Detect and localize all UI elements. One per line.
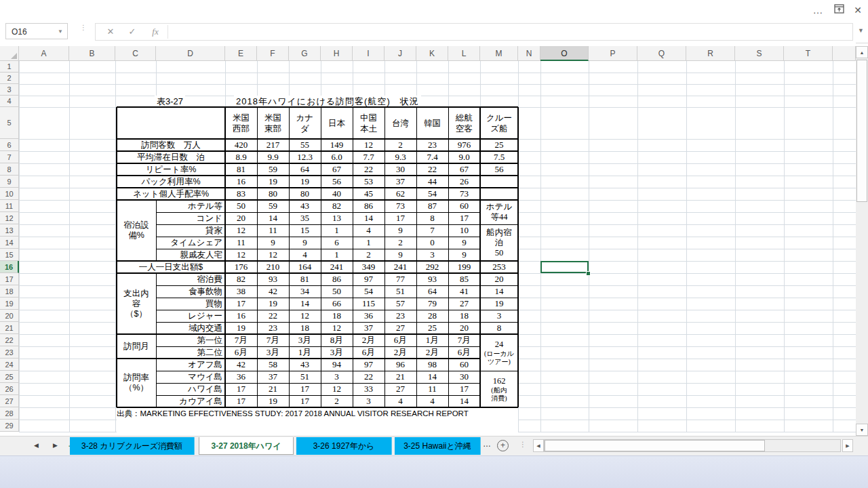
table-column-header[interactable]: 韓国 — [416, 107, 448, 139]
row-header-26[interactable]: 26 — [0, 383, 19, 395]
table-cell[interactable]: 21 — [384, 371, 416, 383]
table-cell[interactable]: 11 — [416, 383, 448, 395]
table-cell[interactable]: 22 — [353, 371, 384, 383]
table-cell-cruise[interactable]: 253 — [480, 261, 518, 273]
table-cell[interactable]: 82 — [225, 273, 257, 285]
table-cell[interactable]: 241 — [384, 261, 416, 273]
column-header-P[interactable]: P — [589, 46, 637, 61]
table-cell[interactable]: 9 — [384, 224, 416, 237]
table-cell[interactable]: 42 — [225, 359, 257, 371]
table-cell[interactable]: 9.9 — [257, 151, 289, 163]
row-header-28[interactable]: 28 — [0, 407, 19, 420]
table-cell[interactable]: 210 — [257, 261, 289, 273]
table-cell[interactable]: 6月 — [384, 334, 416, 346]
table-cell[interactable]: 199 — [448, 261, 480, 273]
close-icon[interactable]: ✕ — [850, 4, 865, 16]
table-cell[interactable]: 83 — [225, 188, 257, 200]
table-cell[interactable]: 3月 — [321, 346, 353, 359]
table-cell[interactable]: 9 — [448, 237, 480, 249]
table-column-header[interactable]: 総航空客 — [448, 107, 480, 139]
table-cell[interactable]: 7月 — [225, 334, 257, 346]
table-cell[interactable]: 77 — [384, 273, 416, 285]
table-cell[interactable]: 43 — [289, 200, 321, 212]
table-cell[interactable]: 420 — [225, 139, 257, 151]
table-cell-cruise[interactable]: 7.5 — [480, 151, 518, 163]
table-cell[interactable]: 9 — [384, 249, 416, 261]
table-cell[interactable]: 1月 — [289, 346, 321, 359]
row-header-13[interactable]: 13 — [0, 224, 19, 237]
row-header-25[interactable]: 25 — [0, 371, 19, 383]
table-cell[interactable]: 67 — [321, 163, 353, 176]
table-cell[interactable]: 51 — [289, 371, 321, 383]
table-cell[interactable]: 16 — [225, 176, 257, 188]
column-header-R[interactable]: R — [686, 46, 735, 61]
table-cell[interactable]: 16 — [225, 310, 257, 322]
table-group-label[interactable]: 訪問月 — [117, 334, 156, 359]
sheet-tab-1[interactable]: 3-28 カリブクルーズ消費額 — [70, 437, 195, 455]
row-header-8[interactable]: 8 — [0, 163, 19, 176]
table-row-label[interactable]: 親戚友人宅 — [156, 249, 225, 261]
table-cell-cruise-merged[interactable]: 24(ローカルツアー) — [480, 334, 518, 371]
table-cell[interactable]: 6月 — [448, 346, 480, 359]
table-cell[interactable]: 82 — [321, 200, 353, 212]
table-row-label[interactable]: 第二位 — [156, 346, 225, 359]
table-cell[interactable]: 45 — [353, 188, 384, 200]
table-cell[interactable]: 3 — [353, 395, 384, 407]
row-header-3[interactable]: 3 — [0, 84, 19, 96]
table-cell[interactable]: 6月 — [353, 346, 384, 359]
table-column-header[interactable]: 中国本土 — [353, 107, 384, 139]
sheet-tab-3[interactable]: 3-26 1927年から — [296, 437, 392, 455]
table-cell[interactable]: 7.4 — [416, 151, 448, 163]
table-cell[interactable]: 96 — [384, 359, 416, 371]
column-header-H[interactable]: H — [321, 46, 353, 61]
ribbon-more-icon[interactable]: … — [811, 4, 826, 16]
table-cell[interactable]: 43 — [289, 359, 321, 371]
table-cell[interactable]: 11 — [257, 224, 289, 237]
table-cell[interactable]: 17 — [384, 212, 416, 224]
table-cell[interactable]: 55 — [289, 139, 321, 151]
table-cell[interactable]: 37 — [353, 322, 384, 334]
table-row-label[interactable]: 買物 — [156, 298, 225, 310]
table-cell[interactable]: 12 — [225, 224, 257, 237]
table-cell[interactable]: 164 — [289, 261, 321, 273]
tab-scroll-right-icon[interactable]: ▶ — [53, 442, 58, 449]
table-cell-cruise[interactable]: 25 — [480, 139, 518, 151]
table-cell[interactable]: 349 — [353, 261, 384, 273]
row-header-19[interactable]: 19 — [0, 298, 19, 310]
table-row-label[interactable]: ネット個人手配率% — [117, 188, 225, 200]
table-cell[interactable]: 8月 — [321, 334, 353, 346]
table-row-label[interactable]: マウイ島 — [156, 371, 225, 383]
column-header-A[interactable]: A — [19, 46, 69, 61]
table-cell[interactable]: 98 — [416, 359, 448, 371]
table-cell[interactable]: 14 — [289, 298, 321, 310]
table-cell[interactable]: 7月 — [448, 334, 480, 346]
table-cell[interactable]: 6 — [321, 237, 353, 249]
sheet-tab-2[interactable]: 3-27 2018年ハワイ — [199, 437, 294, 455]
new-sheet-icon[interactable]: + — [497, 440, 509, 451]
table-cell[interactable]: 93 — [416, 273, 448, 285]
table-cell[interactable]: 3月 — [257, 346, 289, 359]
table-cell[interactable]: 64 — [289, 163, 321, 176]
row-header-16[interactable]: 16 — [0, 261, 19, 273]
table-column-header[interactable]: 米国東部 — [257, 107, 289, 139]
table-cell[interactable]: 1 — [353, 237, 384, 249]
table-cell[interactable]: 36 — [353, 310, 384, 322]
table-cell[interactable]: 62 — [384, 188, 416, 200]
table-row-label[interactable]: 域内交通 — [156, 322, 225, 334]
table-cell[interactable]: 3 — [321, 371, 353, 383]
sheet-tab-4[interactable]: 3-25 Hawaiiと沖縄 — [395, 437, 481, 455]
formula-bar-expand-icon[interactable]: ▼ — [858, 27, 864, 34]
table-cell[interactable]: 86 — [353, 200, 384, 212]
table-cell[interactable]: 27 — [384, 322, 416, 334]
table-cell[interactable]: 34 — [289, 285, 321, 298]
formula-input[interactable]: ✕ ✓ fx — [95, 23, 853, 41]
table-cell[interactable]: 2月 — [416, 346, 448, 359]
table-cell[interactable]: 292 — [416, 261, 448, 273]
fx-icon[interactable]: fx — [149, 25, 162, 39]
table-cell[interactable]: 38 — [225, 285, 257, 298]
table-row-label[interactable]: 第一位 — [156, 334, 225, 346]
hscroll-thumb[interactable] — [545, 440, 765, 451]
table-cell[interactable]: 54 — [416, 188, 448, 200]
table-cell[interactable]: 64 — [416, 285, 448, 298]
column-header-B[interactable]: B — [69, 46, 115, 61]
